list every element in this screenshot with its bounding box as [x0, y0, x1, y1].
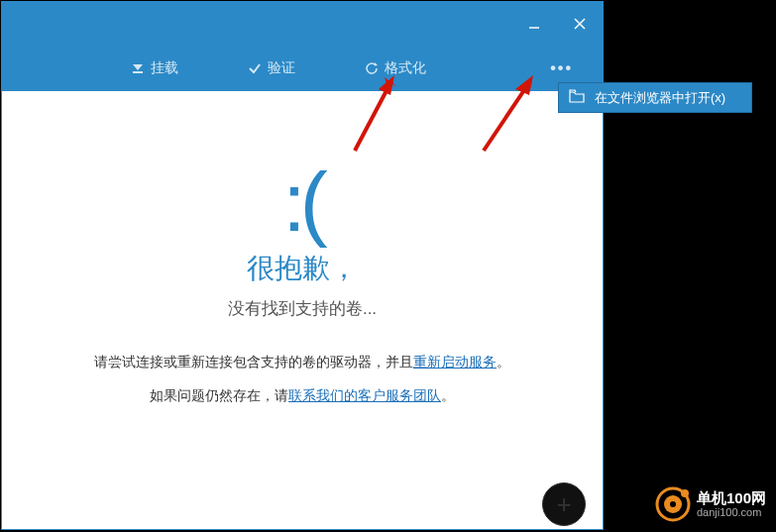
- watermark-text: 单机100网 danji100.com: [697, 489, 766, 519]
- help-line-2: 如果问题仍然存在，请联系我们的客户服务团队。: [2, 387, 603, 405]
- verify-label: 验证: [268, 59, 295, 77]
- line2-prefix: 如果问题仍然存在，请: [150, 387, 288, 403]
- format-button[interactable]: 格式化: [365, 59, 426, 77]
- more-button[interactable]: •••: [550, 59, 573, 77]
- minimize-button[interactable]: [511, 2, 557, 46]
- more-icon: •••: [550, 59, 573, 77]
- title-bar: [2, 2, 603, 46]
- no-volume-text: 没有找到支持的卷...: [2, 297, 603, 320]
- sorry-heading: 很抱歉，: [2, 250, 603, 287]
- more-dropdown-menu: 在文件浏览器中打开(x): [558, 82, 752, 113]
- plus-icon: +: [556, 489, 571, 520]
- add-button[interactable]: +: [542, 482, 586, 526]
- mount-button[interactable]: 挂载: [131, 59, 178, 77]
- refresh-icon: [365, 61, 379, 75]
- line2-suffix: 。: [441, 387, 455, 403]
- watermark-domain: danji100.com: [697, 506, 766, 519]
- content-area: :( 很抱歉， 没有找到支持的卷... 请尝试连接或重新连接包含支持的卷的驱动器…: [2, 91, 603, 405]
- restart-service-link[interactable]: 重新启动服务: [413, 354, 497, 370]
- mount-icon: [131, 61, 145, 75]
- close-button[interactable]: [557, 2, 603, 46]
- watermark-logo-icon: [655, 486, 691, 522]
- svg-rect-4: [133, 71, 143, 73]
- contact-support-link[interactable]: 联系我们的客户服务团队: [288, 387, 441, 403]
- mount-label: 挂载: [151, 59, 178, 77]
- folder-icon: [569, 89, 585, 106]
- svg-marker-3: [133, 64, 143, 70]
- close-icon: [573, 17, 587, 31]
- minimize-icon: [528, 18, 540, 30]
- check-icon: [248, 61, 262, 75]
- svg-point-13: [670, 501, 676, 507]
- line1-prefix: 请尝试连接或重新连接包含支持的卷的驱动器，并且: [94, 354, 413, 370]
- open-in-explorer-item[interactable]: 在文件浏览器中打开(x): [595, 89, 725, 107]
- app-window: 挂载 验证 格式化 ••• :( 很抱歉， 没有找到支持的卷... 请尝试连接或…: [1, 1, 604, 530]
- help-line-1: 请尝试连接或重新连接包含支持的卷的驱动器，并且重新启动服务。: [2, 354, 603, 372]
- watermark: 单机100网 danji100.com: [655, 486, 766, 522]
- svg-point-14: [681, 489, 689, 497]
- sad-face-icon: :(: [2, 160, 603, 244]
- svg-marker-5: [375, 62, 378, 66]
- format-label: 格式化: [385, 59, 426, 77]
- watermark-site: 单机100网: [697, 489, 766, 506]
- verify-button[interactable]: 验证: [248, 59, 295, 77]
- toolbar: 挂载 验证 格式化 •••: [2, 46, 603, 91]
- line1-suffix: 。: [497, 354, 510, 370]
